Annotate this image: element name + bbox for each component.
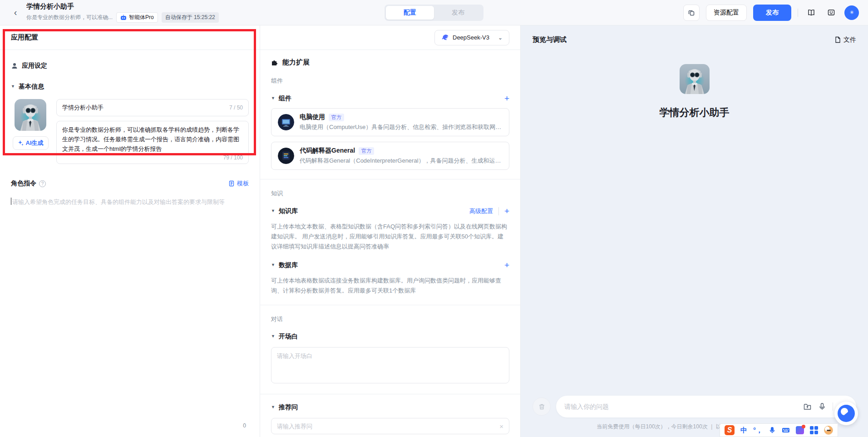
opening-section-toggle[interactable]: ▼ 开场白 bbox=[271, 333, 509, 341]
microphone-icon[interactable] bbox=[818, 402, 826, 411]
collapse-triangle-icon: ▼ bbox=[271, 405, 275, 409]
basic-info-section-toggle[interactable]: ▼ 基本信息 bbox=[11, 83, 249, 91]
ime-skin-icon[interactable] bbox=[796, 426, 804, 434]
suggested-question-field-wrap: × bbox=[271, 418, 509, 434]
official-badge: 官方 bbox=[359, 147, 374, 155]
resource-config-button[interactable]: 资源配置 bbox=[706, 5, 747, 21]
tab-publish[interactable]: 发布 bbox=[434, 6, 482, 20]
add-knowledge-base-button[interactable]: + bbox=[499, 207, 509, 215]
person-icon bbox=[11, 62, 18, 70]
copy-button[interactable] bbox=[683, 5, 700, 21]
code-interpreter-icon bbox=[278, 148, 294, 164]
collapse-triangle-icon: ▼ bbox=[271, 334, 275, 338]
app-settings-header: 应用设定 bbox=[11, 62, 249, 70]
collapse-triangle-icon: ▼ bbox=[271, 263, 275, 267]
official-badge: 官方 bbox=[329, 114, 344, 121]
collapse-triangle-icon: ▼ bbox=[11, 84, 15, 89]
database-description: 可上传本地表格数据或连接业务数据库构建数据库。用户询问数值类问题时，应用能够查询… bbox=[271, 276, 509, 296]
database-section-toggle[interactable]: ▼ 数据库 + bbox=[271, 261, 509, 269]
clear-chat-button[interactable] bbox=[533, 397, 551, 416]
components-group-label: 组件 bbox=[271, 77, 509, 85]
files-link[interactable]: 文件 bbox=[834, 36, 856, 44]
avatar-star-icon: ✳ bbox=[849, 10, 853, 15]
add-component-button[interactable]: + bbox=[504, 94, 509, 103]
copy-icon bbox=[688, 9, 695, 16]
sogou-logo-icon[interactable]: S bbox=[725, 425, 735, 435]
top-header: ‹ 学情分析小助手 你是专业的数据分析师，可以准确... 智能体Pro 自动保存… bbox=[0, 0, 868, 25]
remove-suggested-question-icon[interactable]: × bbox=[499, 422, 503, 430]
agent-desc-text: 你是专业的数据分析师，可以准确抓取各学科的成绩趋势，判断各学生的学习情况。任务最… bbox=[62, 125, 243, 154]
input-icon-divider bbox=[833, 402, 833, 411]
ime-punctuation-toggle[interactable]: °， bbox=[753, 426, 763, 435]
chevron-down-icon: ⌄ bbox=[498, 35, 503, 41]
component-title: 电脑使用 bbox=[300, 113, 325, 121]
components-section-toggle[interactable]: ▼ 组件 + bbox=[271, 94, 509, 103]
model-name: DeepSeek-V3 bbox=[453, 34, 494, 41]
dialog-group-label: 对话 bbox=[271, 315, 509, 323]
header-divider bbox=[798, 9, 798, 17]
app-config-panel: 应用配置 应用设定 ▼ 基本信息 AI生成 bbox=[0, 25, 260, 437]
component-desc: 电脑使用（ComputerUse）具备问题分析、信息检索、操作浏览器和获取网页内… bbox=[300, 123, 503, 131]
suggested-question-section-toggle[interactable]: ▼ 推荐问 bbox=[271, 403, 509, 412]
publish-button[interactable]: 发布 bbox=[753, 5, 791, 21]
app-title: 学情分析小助手 bbox=[26, 2, 219, 11]
template-link[interactable]: 模板 bbox=[228, 179, 249, 188]
tab-config[interactable]: 配置 bbox=[386, 6, 434, 20]
chat-question-input[interactable] bbox=[564, 403, 803, 410]
ime-toolbox-icon[interactable] bbox=[810, 426, 818, 434]
preview-title: 预览与调试 bbox=[533, 35, 567, 44]
role-instruction-title: 角色指令 bbox=[11, 179, 36, 188]
upload-file-icon[interactable] bbox=[803, 402, 812, 411]
name-char-counter: 7 / 50 bbox=[229, 104, 243, 111]
feedback-button[interactable] bbox=[824, 6, 838, 20]
ime-voice-icon[interactable] bbox=[769, 427, 776, 434]
sparkle-icon bbox=[18, 140, 24, 146]
left-panel-title: 应用配置 bbox=[11, 33, 38, 42]
role-char-counter: 0 bbox=[11, 422, 246, 429]
ai-generate-button[interactable]: AI生成 bbox=[13, 136, 49, 150]
template-doc-icon bbox=[228, 180, 235, 187]
agent-pro-badge[interactable]: 智能体Pro bbox=[116, 12, 158, 23]
agent-name-field-wrap: 7 / 50 bbox=[56, 99, 249, 116]
user-avatar[interactable]: ✳ bbox=[844, 5, 859, 20]
collapse-triangle-icon: ▼ bbox=[271, 96, 275, 100]
component-card-computer-use[interactable]: 电脑使用 官方 电脑使用（ComputerUse）具备问题分析、信息检索、操作浏… bbox=[271, 108, 509, 136]
collapse-triangle-icon: ▼ bbox=[271, 209, 275, 213]
trash-icon bbox=[538, 403, 546, 411]
docs-button[interactable] bbox=[804, 6, 818, 20]
back-button[interactable]: ‹ bbox=[9, 6, 22, 19]
kb-advanced-config-link[interactable]: 高级配置 bbox=[469, 207, 499, 215]
component-card-code-interpreter[interactable]: 代码解释器General 官方 代码解释器General（CodeInterpr… bbox=[271, 142, 509, 170]
ime-taskbar: S 中 °， bbox=[720, 423, 838, 437]
agent-avatar-image[interactable] bbox=[15, 99, 46, 131]
book-icon bbox=[807, 9, 815, 17]
component-title: 代码解释器General bbox=[300, 147, 355, 155]
text-cursor bbox=[11, 198, 11, 205]
capability-panel: DeepSeek-V3 ⌄ 能力扩展 组件 ▼ 组件 + 电脑使用 官方 bbox=[260, 25, 521, 437]
config-publish-tabs: 配置 发布 bbox=[385, 5, 483, 21]
add-database-button[interactable]: + bbox=[504, 261, 509, 269]
deepseek-logo-icon bbox=[441, 34, 449, 41]
suggested-question-input[interactable] bbox=[277, 423, 499, 430]
ime-mode-toggle[interactable]: 中 bbox=[740, 426, 747, 435]
opening-remarks-textarea[interactable] bbox=[271, 347, 509, 383]
knowledge-base-section-toggle[interactable]: ▼ 知识库 高级配置 + bbox=[271, 207, 509, 215]
section-divider bbox=[260, 305, 520, 305]
model-selector[interactable]: DeepSeek-V3 ⌄ bbox=[434, 30, 509, 45]
assistant-logo-icon bbox=[838, 405, 855, 422]
ime-mascot-icon[interactable] bbox=[824, 426, 833, 435]
agent-name-input[interactable] bbox=[62, 104, 229, 111]
capability-header: 能力扩展 bbox=[271, 58, 509, 67]
knowledge-base-description: 可上传本地文本数据、表格型知识数据（含FAQ问答和多列索引问答）以及在线网页数据… bbox=[271, 222, 509, 252]
agent-desc-field-wrap[interactable]: 你是专业的数据分析师，可以准确抓取各学科的成绩趋势，判断各学生的学习情况。任务最… bbox=[56, 121, 249, 164]
floating-assistant-button[interactable] bbox=[834, 402, 858, 425]
section-divider bbox=[260, 394, 520, 394]
ime-keyboard-icon[interactable] bbox=[782, 426, 790, 434]
component-desc: 代码解释器General（CodeInterpreterGeneral），具备问… bbox=[300, 157, 503, 165]
section-divider bbox=[260, 179, 520, 179]
computer-use-icon bbox=[278, 114, 294, 130]
knowledge-group-label: 知识 bbox=[271, 189, 509, 198]
role-instruction-placeholder: 请输入希望角色完成的任务目标、具备的组件能力以及对输出答案的要求与限制等 bbox=[12, 198, 225, 207]
role-instruction-editor[interactable]: 请输入希望角色完成的任务目标、具备的组件能力以及对输出答案的要求与限制等 bbox=[11, 198, 249, 207]
help-icon[interactable]: ? bbox=[39, 180, 46, 187]
